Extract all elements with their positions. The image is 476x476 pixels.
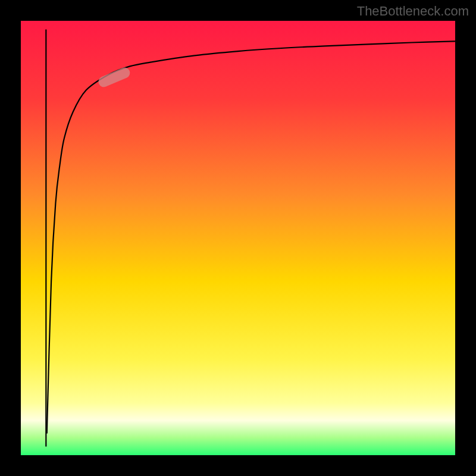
svg-rect-1 [0, 455, 476, 476]
svg-rect-2 [0, 0, 21, 476]
chart-plot [0, 0, 476, 476]
gradient-field [21, 21, 455, 455]
svg-rect-3 [455, 0, 476, 476]
chart-container: TheBottleneck.com [0, 0, 476, 476]
watermark-text: TheBottleneck.com [357, 4, 469, 19]
